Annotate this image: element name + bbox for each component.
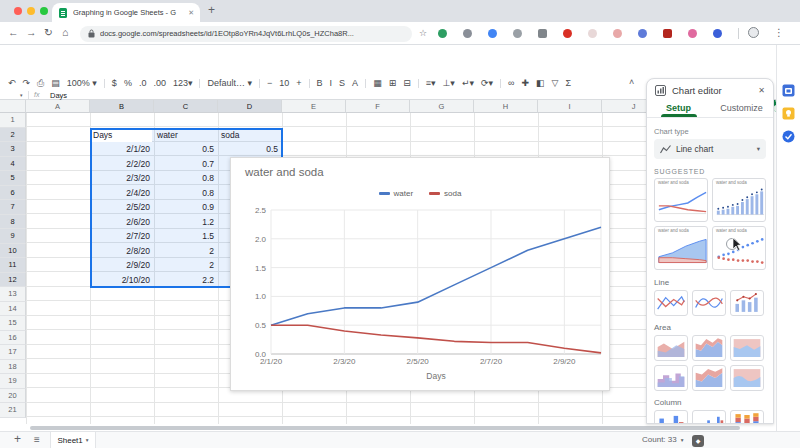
- cell[interactable]: 2/6/20: [90, 215, 154, 230]
- chart-type-option-area[interactable]: [654, 335, 688, 361]
- increase-decimal-button[interactable]: .00: [153, 76, 166, 90]
- selection-stats[interactable]: Count: 33 ▾: [642, 435, 683, 444]
- select-all-corner[interactable]: [0, 100, 26, 113]
- undo-button[interactable]: ↶: [8, 76, 16, 90]
- text-wrap-button[interactable]: ↵▾: [462, 76, 474, 90]
- merge-cells-button[interactable]: ⊟: [403, 76, 411, 90]
- extension-icon[interactable]: [438, 29, 447, 38]
- calendar-icon[interactable]: [782, 84, 795, 97]
- cell[interactable]: 2/1/20: [90, 142, 154, 157]
- cell[interactable]: 2/5/20: [90, 200, 154, 215]
- zoom-select[interactable]: 100% ▾: [67, 76, 97, 90]
- browser-tab[interactable]: Graphing in Google Sheets - G ✕: [52, 3, 200, 22]
- cell[interactable]: 0.8: [154, 186, 218, 201]
- strikethrough-button[interactable]: S: [339, 76, 345, 90]
- tasks-icon[interactable]: [782, 130, 795, 143]
- extension-icon[interactable]: [538, 29, 547, 38]
- tab-customize[interactable]: Customize: [710, 100, 773, 117]
- extension-icon[interactable]: [638, 29, 647, 38]
- cell[interactable]: 2/8/20: [90, 244, 154, 259]
- sheet-tab-sheet1[interactable]: Sheet1 ▾: [50, 432, 96, 448]
- chart-type-option-combo[interactable]: [730, 290, 764, 316]
- extension-icon[interactable]: [513, 29, 522, 38]
- extension-icon[interactable]: [688, 29, 697, 38]
- column-header-J[interactable]: J: [602, 100, 646, 113]
- row-header-9[interactable]: 9: [0, 229, 26, 244]
- row-header-18[interactable]: 18: [0, 360, 26, 375]
- window-close-button[interactable]: [14, 7, 22, 15]
- row-header-6[interactable]: 6: [0, 186, 26, 201]
- browser-profile-avatar[interactable]: [748, 27, 759, 38]
- borders-button[interactable]: ⊞: [389, 76, 397, 90]
- row-header-3[interactable]: 3: [0, 142, 26, 157]
- insert-comment-button[interactable]: ✚: [521, 76, 529, 90]
- all-sheets-button[interactable]: ≡: [34, 434, 40, 445]
- chart-type-option-100-stacked-stepped-area[interactable]: [730, 365, 764, 391]
- font-size-input[interactable]: 10: [279, 76, 289, 90]
- fill-color-button[interactable]: ▦: [373, 76, 382, 90]
- cell[interactable]: 2/2/20: [90, 157, 154, 172]
- extension-icon[interactable]: [488, 29, 497, 38]
- redo-button[interactable]: ↷: [23, 76, 31, 90]
- close-icon[interactable]: ✕: [758, 86, 765, 95]
- row-header-15[interactable]: 15: [0, 316, 26, 331]
- cell[interactable]: Days: [90, 128, 154, 143]
- extension-icon[interactable]: [588, 29, 597, 38]
- row-header-8[interactable]: 8: [0, 215, 26, 230]
- cell[interactable]: 0.5: [218, 142, 282, 157]
- reload-icon[interactable]: ↻: [44, 26, 53, 38]
- back-icon[interactable]: ←: [8, 26, 19, 38]
- cell[interactable]: 2.2: [154, 273, 218, 288]
- text-color-button[interactable]: A: [352, 76, 358, 90]
- insert-chart-button[interactable]: ◧: [536, 76, 545, 90]
- cell[interactable]: 2/3/20: [90, 171, 154, 186]
- column-header-H[interactable]: H: [474, 100, 538, 113]
- horizontal-scrollbar[interactable]: [30, 426, 740, 431]
- row-header-7[interactable]: 7: [0, 200, 26, 215]
- row-header-10[interactable]: 10: [0, 244, 26, 259]
- row-header-16[interactable]: 16: [0, 331, 26, 346]
- cell[interactable]: 1.2: [154, 215, 218, 230]
- filter-button[interactable]: ▽: [551, 76, 558, 90]
- bold-button[interactable]: B: [317, 76, 323, 90]
- column-header-B[interactable]: B: [90, 100, 154, 113]
- collapse-toolbar-button[interactable]: ˄: [629, 77, 634, 87]
- italic-button[interactable]: I: [330, 76, 333, 90]
- bookmark-star-icon[interactable]: ☆: [419, 28, 427, 38]
- cell[interactable]: 0.7: [154, 157, 218, 172]
- row-header-21[interactable]: 21: [0, 403, 26, 418]
- chart-type-option-line[interactable]: [654, 290, 688, 316]
- chart-type-option-stacked-stepped-area[interactable]: [692, 365, 726, 391]
- row-header-11[interactable]: 11: [0, 258, 26, 273]
- decrease-decimal-button[interactable]: .0: [139, 76, 147, 90]
- tab-close-icon[interactable]: ✕: [188, 9, 194, 17]
- extension-icon[interactable]: [713, 29, 722, 38]
- chart-type-option-stacked-column[interactable]: [730, 410, 764, 424]
- suggested-chart-scatter[interactable]: water and soda: [712, 226, 766, 270]
- cell[interactable]: water: [154, 128, 218, 143]
- row-header-4[interactable]: 4: [0, 157, 26, 172]
- row-header-2[interactable]: 2: [0, 128, 26, 143]
- row-header-12[interactable]: 12: [0, 273, 26, 288]
- address-bar[interactable]: docs.google.com/spreadsheets/id/1EOtp8oY…: [80, 26, 412, 42]
- extension-icon[interactable]: [463, 29, 472, 38]
- name-box[interactable]: ▾: [20, 92, 23, 98]
- row-header-19[interactable]: 19: [0, 374, 26, 389]
- suggested-chart-area[interactable]: water and soda: [654, 226, 708, 270]
- cell[interactable]: 0.8: [154, 171, 218, 186]
- chart-overlay[interactable]: water and soda watersoda 0.00.51.01.52.0…: [230, 157, 610, 391]
- cell[interactable]: 2/9/20: [90, 258, 154, 273]
- more-formats-button[interactable]: 123▾: [173, 76, 193, 90]
- tab-setup[interactable]: Setup: [647, 100, 710, 117]
- suggested-chart-line[interactable]: water and soda: [654, 178, 708, 222]
- chart-type-option-grouped-column[interactable]: [692, 410, 726, 424]
- extension-icon[interactable]: [613, 29, 622, 38]
- column-header-A[interactable]: A: [26, 100, 90, 113]
- font-select[interactable]: Default… ▾: [207, 76, 252, 90]
- chart-type-option-100-stacked-area[interactable]: [730, 335, 764, 361]
- row-header-17[interactable]: 17: [0, 345, 26, 360]
- column-header-D[interactable]: D: [218, 100, 282, 113]
- cell[interactable]: 1.5: [154, 229, 218, 244]
- chart-type-select[interactable]: Line chart ▾: [654, 139, 766, 159]
- formula-input[interactable]: Days: [50, 91, 67, 100]
